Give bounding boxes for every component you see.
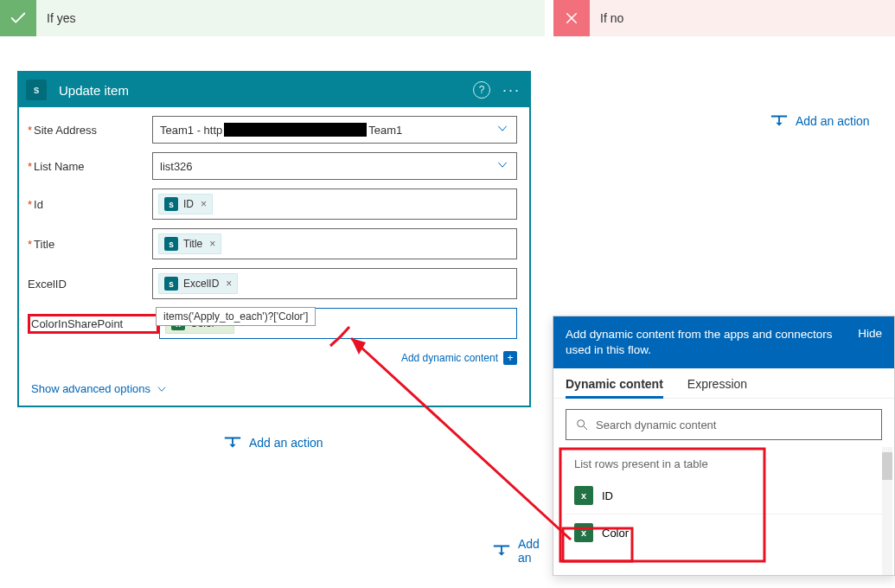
add-dynamic-content-link[interactable]: Add dynamic content +: [401, 351, 517, 365]
dynamic-search-placeholder: Search dynamic content: [596, 419, 716, 431]
dynamic-panel-hide[interactable]: Hide: [858, 327, 882, 340]
chevron-down-icon: [156, 383, 168, 395]
tab-dynamic-content[interactable]: Dynamic content: [566, 377, 663, 398]
id-input[interactable]: s ID ×: [152, 189, 517, 220]
add-action-no-label: Add an action: [796, 114, 870, 128]
sharepoint-icon: s: [164, 277, 178, 291]
token-expression-tooltip: items('Apply_to_each')?['Color']: [156, 307, 316, 326]
label-list-name: List Name: [34, 160, 85, 173]
site-address-value-prefix: Team1 - http: [160, 124, 222, 137]
chevron-down-icon: [495, 158, 509, 175]
add-action-label-cut: Add an: [518, 537, 545, 565]
add-dynamic-content-label: Add dynamic content: [401, 352, 498, 364]
dynamic-content-panel: Add dynamic content from the apps and co…: [553, 316, 895, 576]
excel-icon: x: [574, 486, 593, 505]
card-header[interactable]: s Update item ? ···: [19, 73, 529, 107]
add-action-button-no[interactable]: Add an action: [770, 112, 870, 130]
show-advanced-options[interactable]: Show advanced options: [19, 375, 168, 406]
svg-point-0: [578, 420, 585, 427]
if-yes-title: If yes: [36, 11, 75, 25]
close-icon: [553, 0, 590, 36]
redacted-url: [224, 123, 367, 137]
search-icon: [575, 418, 589, 431]
tab-expression[interactable]: Expression: [687, 377, 747, 398]
dynamic-panel-tabs: Dynamic content Expression: [553, 368, 894, 399]
field-excelid: ExcelID s ExcelID ×: [28, 268, 517, 299]
field-title: *Title s Title ×: [28, 228, 517, 259]
scrollbar-thumb[interactable]: [882, 452, 892, 480]
title-input[interactable]: s Title ×: [152, 228, 517, 259]
plus-icon: +: [503, 351, 517, 365]
card-title: Update item: [59, 83, 473, 98]
add-action-label: Add an action: [249, 436, 323, 450]
dynamic-section-title: List rows present in a table: [566, 451, 882, 477]
field-site-address: *Site Address Team1 - http Team1: [28, 116, 517, 144]
label-site-address: Site Address: [34, 124, 97, 137]
field-list-name: *List Name list326: [28, 152, 517, 180]
if-yes-header[interactable]: If yes: [0, 0, 545, 36]
add-action-button-partial[interactable]: Add an: [492, 537, 545, 565]
token-text: ExcelID: [183, 278, 219, 290]
token-text: Title: [183, 238, 202, 250]
sharepoint-icon: s: [164, 237, 178, 251]
dynamic-search-input[interactable]: Search dynamic content: [566, 409, 882, 440]
sharepoint-icon: s: [164, 197, 178, 211]
add-action-button[interactable]: Add an action: [223, 434, 323, 451]
label-id: Id: [34, 198, 43, 211]
add-action-icon: [770, 112, 789, 130]
chevron-down-icon: [495, 122, 509, 138]
add-action-icon: [223, 434, 242, 451]
if-no-title: If no: [590, 11, 623, 25]
token-remove-icon[interactable]: ×: [201, 198, 207, 210]
update-item-card: s Update item ? ··· *Site Address Team1 …: [17, 71, 531, 407]
dynamic-panel-header: Add dynamic content from the apps and co…: [553, 316, 894, 368]
list-name-select[interactable]: list326: [152, 152, 517, 180]
token-remove-icon[interactable]: ×: [226, 278, 232, 290]
label-title: Title: [34, 238, 54, 251]
dynamic-panel-header-text: Add dynamic content from the apps and co…: [566, 327, 849, 358]
label-excelid: ExcelID: [28, 278, 67, 291]
token-id[interactable]: s ID ×: [158, 194, 213, 214]
add-action-icon: [492, 542, 511, 559]
dynamic-item-id[interactable]: x ID: [566, 477, 882, 514]
dynamic-item-color-text: Color: [602, 527, 629, 540]
token-excelid[interactable]: s ExcelID ×: [158, 273, 238, 294]
sharepoint-icon: s: [19, 73, 54, 107]
if-no-header[interactable]: If no: [553, 0, 895, 36]
token-title[interactable]: s Title ×: [158, 233, 221, 254]
label-color-sp: ColorInSharePoint: [31, 317, 123, 330]
token-text: ID: [183, 198, 194, 210]
excel-icon: x: [574, 523, 593, 542]
dynamic-item-color[interactable]: x Color: [566, 514, 882, 551]
token-remove-icon[interactable]: ×: [209, 238, 215, 250]
show-advanced-label: Show advanced options: [31, 382, 150, 395]
excelid-input[interactable]: s ExcelID ×: [152, 268, 517, 299]
dynamic-item-id-text: ID: [602, 489, 613, 502]
check-icon: [0, 0, 36, 36]
site-address-select[interactable]: Team1 - http Team1: [152, 116, 517, 144]
site-address-value-suffix: Team1: [368, 124, 402, 137]
list-name-value: list326: [160, 160, 193, 173]
help-icon[interactable]: ?: [473, 81, 490, 99]
field-id: *Id s ID ×: [28, 189, 517, 220]
